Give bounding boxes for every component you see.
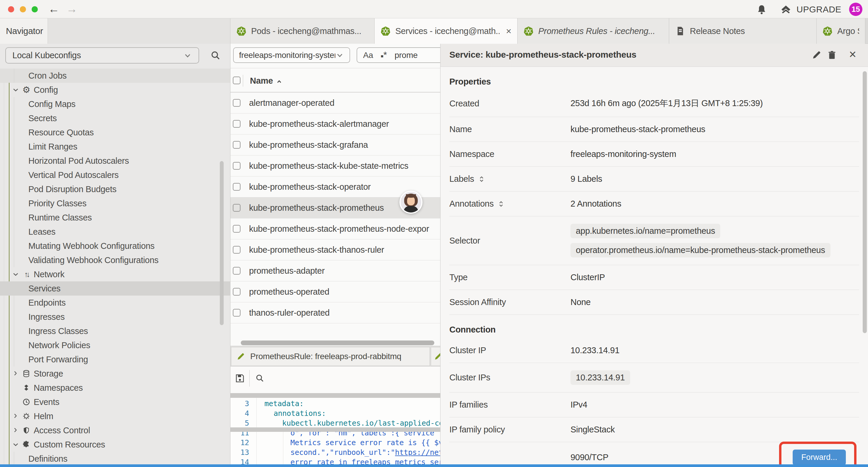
user-avatar[interactable] [399,191,423,214]
editor-tab-partial[interactable] [431,347,440,366]
sidebar-item-secrets[interactable]: Secrets [0,111,230,125]
select-all-checkbox[interactable] [233,77,241,84]
sidebar-item-priority-classes[interactable]: Priority Classes [0,196,230,210]
sidebar-item-network[interactable]: ↑↓ Network [0,267,230,282]
table-row[interactable]: alertmanager-operated [230,92,440,114]
table-row[interactable]: kube-prometheus-stack-kube-state-metrics [230,155,440,176]
forward-button[interactable]: Forward... [793,449,846,465]
table-row[interactable]: kube-prometheus-stack-thanos-ruler [230,239,440,260]
column-header-name[interactable]: Name [250,76,273,86]
row-checkbox[interactable] [233,120,241,128]
tree-expander-icon[interactable] [12,384,19,391]
tree-expander-icon[interactable] [12,441,19,448]
sidebar-item-limit-ranges[interactable]: Limit Ranges [0,140,230,154]
tree-expander-icon[interactable] [12,271,19,278]
notification-badge[interactable]: 15 [849,3,862,16]
row-checkbox[interactable] [233,288,241,296]
sidebar-item-storage[interactable]: Storage [0,367,230,381]
table-row[interactable]: kube-prometheus-stack-grafana [230,135,440,155]
table-row[interactable]: kube-prometheus-stack-prometheus-node-ex… [230,218,440,239]
sidebar-item-namespaces[interactable]: Namespaces [0,381,230,395]
row-checkbox[interactable] [233,204,241,212]
table-row[interactable]: prometheus-operated [230,282,440,302]
expand-updown-icon[interactable] [497,200,505,208]
updown-icon: ↑↓ [22,270,31,279]
bell-icon[interactable] [756,4,767,15]
sidebar-item-endpoints[interactable]: Endpoints [0,296,230,310]
tab-navigator[interactable]: Navigator [0,18,48,44]
table-row[interactable]: prometheus-adapter [230,260,440,282]
detail-scrollbar[interactable] [863,71,867,333]
row-checkbox[interactable] [233,225,241,233]
close-icon[interactable]: × [849,47,856,61]
sidebar-item-config-maps[interactable]: Config Maps [0,97,230,111]
row-checkbox[interactable] [233,309,241,317]
sidebar-item-runtime-classes[interactable]: Runtime Classes [0,210,230,225]
tab-services[interactable]: Services - icecheng@math... × [375,18,518,44]
sidebar-item-vertical-pod-autoscalers[interactable]: Vertical Pod Autoscalers [0,168,230,182]
sidebar-item-port-forwarding[interactable]: Port Forwarding [0,352,230,367]
sidebar-item-custom-resources[interactable]: Custom Resources [0,437,230,451]
sidebar-item-ingress-classes[interactable]: Ingress Classes [0,324,230,338]
row-checkbox[interactable] [233,183,241,191]
namespace-select[interactable]: freeleaps-monitoring-system [233,47,350,63]
sidebar-item-pod-disruption-budgets[interactable]: Pod Disruption Budgets [0,182,230,196]
sidebar-item-horizontal-pod-autoscalers[interactable]: Horizontal Pod Autoscalers [0,154,230,168]
expand-updown-icon[interactable] [478,175,486,183]
kubeconfig-select[interactable]: Local Kubeconfigs [5,47,199,63]
tab-argo[interactable]: Argo Se [816,18,865,44]
sidebar-item-leases[interactable]: Leases [0,225,230,239]
match-case-toggle[interactable]: Aa [363,51,373,60]
sidebar-item-events[interactable]: Events [0,395,230,409]
upgrade-button[interactable]: UPGRADE [797,4,841,14]
row-checkbox[interactable] [233,246,241,254]
table-horizontal-scrollbar[interactable] [241,341,434,345]
sidebar-item-config[interactable]: ⚙ Config [0,83,230,97]
search-icon[interactable] [210,50,220,60]
sidebar-item-helm[interactable]: Helm [0,409,230,423]
upgrade-chevrons-icon[interactable] [780,4,792,16]
edit-pencil-icon[interactable] [812,50,821,60]
sidebar-item-access-control[interactable]: Access Control [0,423,230,437]
traffic-light-zoom-icon[interactable] [32,6,38,12]
tree-expander-icon[interactable] [12,86,19,93]
sidebar-item-network-policies[interactable]: Network Policies [0,338,230,352]
row-checkbox[interactable] [233,141,241,149]
trash-icon[interactable] [827,50,837,60]
back-arrow-icon[interactable]: ← [48,2,59,16]
forward-arrow-icon[interactable]: → [66,2,78,16]
tab-pods[interactable]: Pods - icecheng@mathmas... [230,18,375,44]
tab-prometheus[interactable]: Prometheus Rules - icecheng... [518,18,669,44]
yaml-editor[interactable]: 3 metadata: 4 annotations: 5 kubectl.kub… [230,398,440,467]
tab-release[interactable]: Release Notes [669,18,816,44]
sidebar-item-ingresses[interactable]: Ingresses [0,310,230,324]
close-tab-icon[interactable]: × [506,26,512,37]
search-icon[interactable] [255,374,264,382]
sidebar-item-services[interactable]: Services [0,282,230,296]
sidebar-scrollbar[interactable] [220,161,224,325]
port-link[interactable]: 9090/TCP [570,453,608,462]
save-icon[interactable] [235,374,245,383]
sidebar-item-validating-webhook-configurations[interactable]: Validating Webhook Configurations [0,253,230,267]
detail-value: 253d 16h 6m ago (2025年1月13日 GMT+8 1:25:3… [570,97,859,109]
tree-expander-icon[interactable] [12,370,19,377]
regex-toggle[interactable]: ■* [381,50,387,61]
sidebar-item-cron-jobs[interactable]: Cron Jobs [0,68,230,83]
traffic-light-minimize-icon[interactable] [20,6,26,12]
sort-ascending-icon[interactable] [275,78,283,85]
editor-tab-prometheusrule[interactable]: PrometheusRule: freeleaps-prod-rabbitmq [231,347,430,366]
row-checkbox[interactable] [233,99,241,107]
sidebar-item-definitions[interactable]: Definitions [0,451,230,466]
tree-expander-icon[interactable] [12,413,19,420]
tree-expander-icon[interactable] [12,399,19,406]
namespace-link[interactable]: freeleaps-monitoring-system [570,149,676,159]
sidebar-item-resource-quotas[interactable]: Resource Quotas [0,125,230,140]
sidebar-item-mutating-webhook-configurations[interactable]: Mutating Webhook Configurations [0,239,230,253]
table-row[interactable]: thanos-ruler-operated [230,302,440,323]
row-checkbox[interactable] [233,162,241,170]
traffic-light-close-icon[interactable] [8,6,14,12]
tree-expander-icon[interactable] [12,427,19,434]
filter-search-input[interactable]: Aa ■* prome [356,47,440,63]
table-row[interactable]: kube-prometheus-stack-alertmanager [230,114,440,135]
row-checkbox[interactable] [233,267,241,274]
